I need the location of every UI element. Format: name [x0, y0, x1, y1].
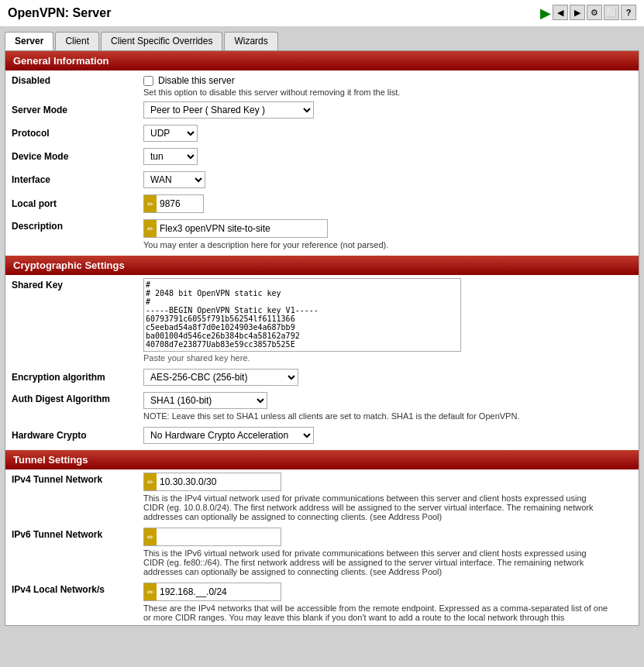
table-row: Protocol UDP — [5, 122, 639, 145]
ipv4-local-input[interactable]: 192.168.__.0/24 — [157, 585, 281, 599]
tab-client-specific[interactable]: Client Specific Overrides — [101, 32, 222, 50]
disabled-checkbox-label: Disable this server — [158, 75, 235, 86]
interface-cell: WAN — [137, 168, 639, 191]
title-bar: OpenVPN: Server ▶ ◀ ▶ ⚙ ⬜ ? — [0, 0, 644, 27]
page-title: OpenVPN: Server — [8, 6, 111, 20]
description-cell: ✏ Flex3 openVPN site-to-site You may ent… — [137, 216, 639, 253]
interface-label: Interface — [5, 168, 137, 191]
ipv6-tunnel-cell: ✏ This is the IPv6 virtual network used … — [137, 524, 639, 579]
encryption-label: Encryption algorithm — [5, 366, 137, 389]
disabled-hint: Set this option to disable this server w… — [143, 88, 632, 97]
description-hint: You may enter a description here for you… — [143, 240, 632, 249]
pencil-icon: ✏ — [144, 195, 157, 212]
table-row: Encryption algorithm AES-256-CBC (256-bi… — [5, 366, 639, 389]
device-mode-select[interactable]: tun — [143, 148, 198, 165]
table-row: Auth Digest Algorithm SHA1 (160-bit) NOT… — [5, 389, 639, 424]
server-mode-label: Server Mode — [5, 98, 137, 122]
hardware-crypto-cell: No Hardware Crypto Acceleration — [137, 424, 639, 447]
tab-wizards[interactable]: Wizards — [224, 32, 277, 50]
disabled-cell: Disable this server Set this option to d… — [137, 70, 639, 98]
shared-key-cell: # # 2048 bit OpenVPN static key # -----B… — [137, 275, 639, 366]
description-input[interactable]: Flex3 openVPN site-to-site — [157, 222, 327, 236]
disabled-label: Disabled — [5, 70, 137, 98]
general-info-header: General Information — [5, 51, 639, 70]
crypto-header: Cryptographic Settings — [5, 256, 639, 275]
auth-digest-note: NOTE: Leave this set to SHA1 unless all … — [143, 411, 593, 421]
ipv4-local-label: IPv4 Local Network/s — [5, 579, 137, 625]
nav-right-icon[interactable]: ▶ — [570, 5, 585, 20]
protocol-cell: UDP — [137, 122, 639, 145]
pencil-icon: ✏ — [144, 220, 157, 237]
table-row: Shared Key # # 2048 bit OpenVPN static k… — [5, 275, 639, 366]
encryption-cell: AES-256-CBC (256-bit) — [137, 366, 639, 389]
main-content: General Information Disabled Disable thi… — [5, 50, 639, 626]
device-mode-cell: tun — [137, 145, 639, 168]
ipv6-tunnel-input[interactable] — [157, 530, 281, 544]
tab-client[interactable]: Client — [55, 32, 99, 50]
table-row: IPv6 Tunnel Network ✏ This is the IPv6 v… — [5, 524, 639, 579]
shared-key-hint: Paste your shared key here. — [143, 353, 632, 363]
help-icon[interactable]: ? — [621, 5, 636, 20]
table-row: Device Mode tun — [5, 145, 639, 168]
ipv4-tunnel-label: IPv4 Tunnel Network — [5, 469, 137, 524]
shared-key-label: Shared Key — [5, 275, 137, 366]
ipv4-tunnel-input[interactable]: 10.30.30.0/30 — [157, 475, 281, 489]
device-mode-label: Device Mode — [5, 145, 137, 168]
server-mode-cell: Peer to Peer ( Shared Key ) — [137, 98, 639, 122]
table-row: Disabled Disable this server Set this op… — [5, 70, 639, 98]
table-row: Description ✏ Flex3 openVPN site-to-site… — [5, 216, 639, 253]
interface-select[interactable]: WAN — [143, 171, 205, 188]
window-icon[interactable]: ⬜ — [604, 5, 619, 20]
server-mode-select[interactable]: Peer to Peer ( Shared Key ) — [143, 101, 314, 119]
table-row: IPv4 Local Network/s ✏ 192.168.__.0/24 T… — [5, 579, 639, 625]
encryption-select[interactable]: AES-256-CBC (256-bit) — [143, 369, 298, 386]
settings-icon[interactable]: ⚙ — [587, 5, 602, 20]
crypto-table: Shared Key # # 2048 bit OpenVPN static k… — [5, 275, 639, 447]
disabled-checkbox[interactable] — [143, 76, 153, 86]
tunnel-header: Tunnel Settings — [5, 450, 639, 469]
nav-left-icon[interactable]: ◀ — [553, 5, 568, 20]
local-port-input[interactable]: 9876 — [157, 197, 203, 211]
protocol-label: Protocol — [5, 122, 137, 145]
ipv4-local-cell: ✏ 192.168.__.0/24 These are the IPv4 net… — [137, 579, 639, 625]
table-row: IPv4 Tunnel Network ✏ 10.30.30.0/30 This… — [5, 469, 639, 524]
hardware-crypto-label: Hardware Crypto — [5, 424, 137, 447]
local-port-label: Local port — [5, 191, 137, 216]
ipv4-tunnel-hint: This is the IPv4 virtual network used fo… — [143, 493, 608, 521]
tunnel-table: IPv4 Tunnel Network ✏ 10.30.30.0/30 This… — [5, 469, 639, 625]
local-port-cell: ✏ 9876 — [137, 191, 639, 216]
auth-digest-select[interactable]: SHA1 (160-bit) — [143, 392, 267, 409]
pencil-icon: ✏ — [144, 583, 157, 600]
auth-digest-label: Auth Digest Algorithm — [5, 389, 137, 424]
protocol-select[interactable]: UDP — [143, 125, 198, 142]
pencil-icon: ✏ — [144, 528, 157, 545]
description-label: Description — [5, 216, 137, 253]
ipv4-tunnel-cell: ✏ 10.30.30.0/30 This is the IPv4 virtual… — [137, 469, 639, 524]
title-icons: ▶ ◀ ▶ ⚙ ⬜ ? — [540, 5, 636, 22]
table-row: Server Mode Peer to Peer ( Shared Key ) — [5, 98, 639, 122]
table-row: Interface WAN — [5, 168, 639, 191]
tab-server[interactable]: Server — [5, 32, 53, 50]
ipv6-tunnel-label: IPv6 Tunnel Network — [5, 524, 137, 579]
table-row: Hardware Crypto No Hardware Crypto Accel… — [5, 424, 639, 447]
general-info-table: Disabled Disable this server Set this op… — [5, 70, 639, 253]
ipv6-tunnel-hint: This is the IPv6 virtual network used fo… — [143, 548, 608, 576]
hardware-crypto-select[interactable]: No Hardware Crypto Acceleration — [143, 427, 314, 444]
play-icon[interactable]: ▶ — [540, 5, 551, 22]
table-row: Local port ✏ 9876 — [5, 191, 639, 216]
auth-digest-cell: SHA1 (160-bit) NOTE: Leave this set to S… — [137, 389, 639, 424]
ipv4-local-hint: These are the IPv4 networks that will be… — [143, 603, 608, 622]
shared-key-textarea[interactable]: # # 2048 bit OpenVPN static key # -----B… — [143, 278, 461, 352]
pencil-icon: ✏ — [144, 473, 157, 490]
tabs-bar: Server Client Client Specific Overrides … — [0, 27, 644, 50]
